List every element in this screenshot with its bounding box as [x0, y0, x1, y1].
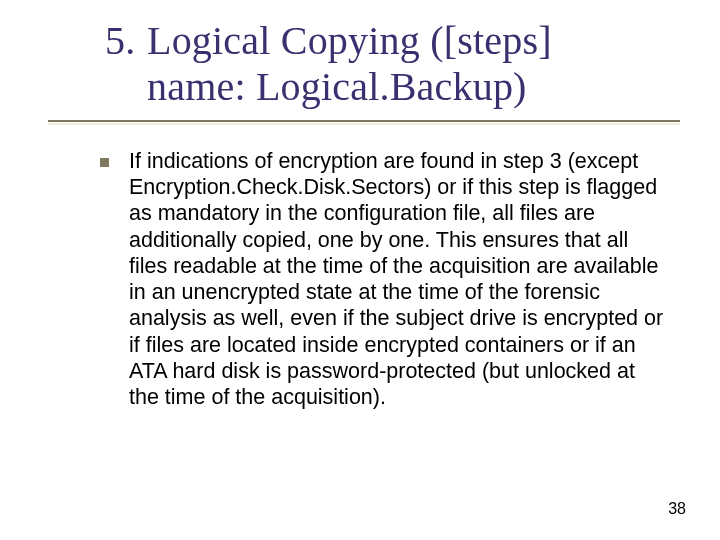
page-number: 38 — [668, 500, 686, 518]
bullet-square-icon — [100, 158, 109, 167]
body-paragraph: If indications of encryption are found i… — [129, 148, 670, 410]
bullet-item: If indications of encryption are found i… — [100, 148, 670, 410]
title-line-1: 5.Logical Copying ([steps] — [105, 18, 690, 64]
slide-title: 5.Logical Copying ([steps] name: Logical… — [105, 18, 690, 110]
title-underline — [48, 120, 680, 122]
title-list-number: 5. — [105, 18, 147, 64]
title-line-2: name: Logical.Backup) — [105, 64, 690, 110]
body-content: If indications of encryption are found i… — [100, 148, 670, 410]
title-line-1-text: Logical Copying ([steps] — [147, 18, 552, 63]
slide: 5.Logical Copying ([steps] name: Logical… — [0, 0, 720, 540]
